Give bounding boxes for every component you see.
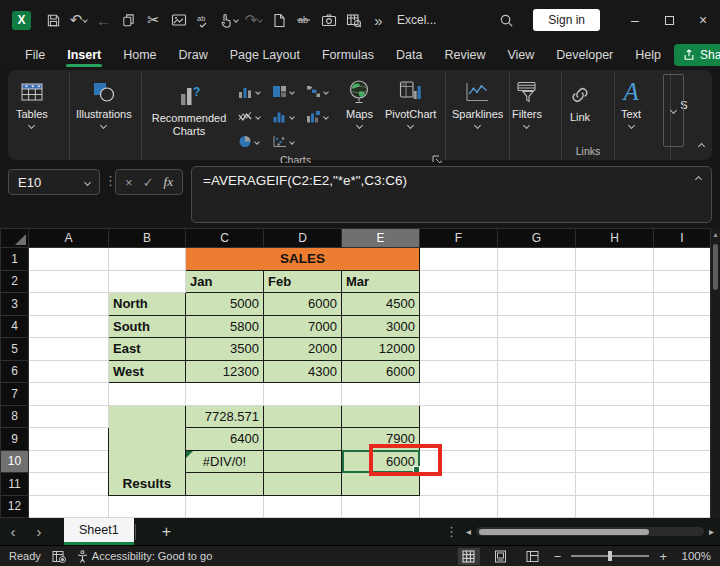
excel-logo-icon[interactable]: X (12, 11, 31, 30)
text-button[interactable]: A Text (615, 73, 647, 128)
cell-C2[interactable]: Jan (186, 270, 264, 293)
cell-F3[interactable] (420, 293, 498, 316)
cell-H8[interactable] (576, 405, 654, 428)
cell-I2[interactable] (654, 270, 711, 293)
cell-A4[interactable] (29, 315, 109, 338)
column-header-C[interactable]: C (186, 229, 264, 248)
cell-F8[interactable] (420, 405, 498, 428)
add-sheet-icon[interactable]: + (162, 523, 171, 541)
column-header-I[interactable]: I (654, 229, 711, 248)
scroll-up-icon[interactable]: ▴ (713, 228, 717, 242)
cell-D9[interactable] (264, 428, 342, 451)
cell-D12[interactable] (264, 495, 342, 518)
insert-function-icon[interactable]: fx (164, 174, 173, 190)
cell-E12[interactable] (342, 495, 420, 518)
cell-B1[interactable] (109, 248, 186, 271)
row-header-2[interactable]: 2 (1, 270, 29, 293)
cell-F10[interactable] (420, 450, 498, 473)
cell-E9[interactable]: 7900 (342, 428, 420, 451)
cell-E4[interactable]: 3000 (342, 315, 420, 338)
horizontal-scrollbar[interactable]: ◂ ▸ (466, 526, 714, 537)
cell-C7[interactable] (186, 383, 264, 406)
filters-dropdown-chevron[interactable] (523, 122, 530, 129)
cell-G8[interactable] (498, 405, 576, 428)
tables-dropdown-chevron[interactable] (28, 122, 35, 129)
sheetbar-options-icon[interactable]: ⋮ (445, 524, 458, 539)
cell-E3[interactable]: 4500 (342, 293, 420, 316)
cell-H4[interactable] (576, 315, 654, 338)
row-header-7[interactable]: 7 (1, 383, 29, 406)
cell-F4[interactable] (420, 315, 498, 338)
undo-dropdown-chevron[interactable] (82, 17, 88, 23)
row-header-5[interactable]: 5 (1, 338, 29, 361)
cell-H7[interactable] (576, 383, 654, 406)
collapse-formula-bar-chevron[interactable] (695, 176, 702, 183)
cell-G11[interactable] (498, 473, 576, 496)
column-header-E[interactable]: E (342, 229, 420, 248)
cell-F1[interactable] (420, 248, 498, 271)
maps-button[interactable]: Maps (340, 73, 379, 128)
select-all-corner[interactable] (1, 229, 29, 248)
treemap-chart-button[interactable] (272, 79, 306, 104)
cell-H10[interactable] (576, 450, 654, 473)
name-box[interactable]: E10 (8, 169, 100, 195)
share-button[interactable]: Share (674, 44, 720, 66)
maximize-button[interactable] (652, 4, 686, 36)
cell-I5[interactable] (654, 338, 711, 361)
minimize-button[interactable]: – (618, 4, 652, 36)
new-file-icon[interactable] (266, 6, 291, 34)
row-header-8[interactable]: 8 (1, 405, 29, 428)
cell-F11[interactable] (420, 473, 498, 496)
combo-chart-button[interactable] (306, 104, 340, 129)
pivotchart-dropdown-chevron[interactable] (407, 122, 414, 129)
formula-input[interactable]: =AVERAGEIF(C2:E2,"*e*",C3:C6) (191, 166, 712, 223)
touch-mode-icon[interactable] (216, 6, 241, 34)
paste-picture-icon[interactable] (166, 6, 191, 34)
cell-E11[interactable] (342, 473, 420, 496)
cell-F12[interactable] (420, 495, 498, 518)
cell-G10[interactable] (498, 450, 576, 473)
cell-E8[interactable] (342, 405, 420, 428)
sign-in-button[interactable]: Sign in (533, 9, 600, 31)
cell-D5[interactable]: 2000 (264, 338, 342, 361)
cell-I4[interactable] (654, 315, 711, 338)
cell-E10[interactable]: 6000 (342, 450, 420, 473)
cell-H3[interactable] (576, 293, 654, 316)
cell-F9[interactable] (420, 428, 498, 451)
scroll-right-icon[interactable]: ▸ (709, 526, 714, 537)
camera-icon[interactable] (316, 6, 341, 34)
cell-G7[interactable] (498, 383, 576, 406)
tab-insert[interactable]: Insert (58, 43, 110, 67)
cell-B2[interactable] (109, 270, 186, 293)
cell-H5[interactable] (576, 338, 654, 361)
undo-icon[interactable]: ↶ (66, 6, 91, 34)
cell-B8[interactable]: Results (109, 405, 186, 495)
cell-I7[interactable] (654, 383, 711, 406)
row-header-3[interactable]: 3 (1, 293, 29, 316)
cell-B12[interactable] (109, 495, 186, 518)
cell-C3[interactable]: 5000 (186, 293, 264, 316)
name-box-dropdown-chevron[interactable] (84, 178, 91, 185)
more-commands-icon[interactable]: » (366, 6, 391, 34)
cell-B3[interactable]: North (109, 293, 186, 316)
histogram-chart-button[interactable] (272, 104, 306, 129)
cell-E5[interactable]: 12000 (342, 338, 420, 361)
cell-I11[interactable] (654, 473, 711, 496)
cell-F6[interactable] (420, 360, 498, 383)
column-header-G[interactable]: G (498, 229, 576, 248)
page-layout-view-button[interactable] (490, 548, 512, 565)
page-break-preview-button[interactable] (522, 548, 544, 565)
cell-D4[interactable]: 7000 (264, 315, 342, 338)
tab-draw[interactable]: Draw (170, 43, 217, 67)
cell-C1[interactable]: SALES (186, 248, 420, 271)
line-chart-button[interactable] (238, 104, 272, 129)
cell-B4[interactable]: South (109, 315, 186, 338)
cell-G6[interactable] (498, 360, 576, 383)
close-button[interactable]: × (686, 4, 720, 36)
cell-A3[interactable] (29, 293, 109, 316)
spelling-icon[interactable]: ab (191, 6, 216, 34)
cell-F7[interactable] (420, 383, 498, 406)
waterfall-chart-button[interactable] (306, 79, 340, 104)
cell-G9[interactable] (498, 428, 576, 451)
cell-C9[interactable]: 6400 (186, 428, 264, 451)
